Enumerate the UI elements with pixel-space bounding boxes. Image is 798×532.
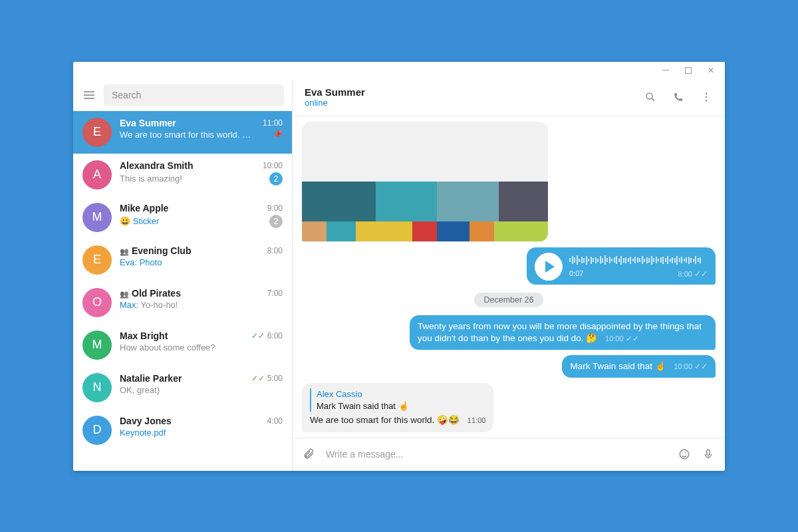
message-text: We are too smart for this world. 🤪😂 (310, 415, 460, 425)
chat-status: online (305, 98, 365, 108)
chat-preview: How about some coffee? (120, 342, 215, 352)
avatar: A (82, 160, 112, 190)
chat-time: 11:00 (263, 118, 283, 128)
message-time: 10:00 ✓✓ (674, 361, 708, 372)
avatar: D (82, 416, 112, 445)
chat-preview: 😀 Sticker (120, 216, 159, 226)
svg-point-4 (706, 100, 707, 101)
chat-preview: Eva: Photo (120, 257, 162, 267)
chat-list-item[interactable]: EEvening Club8:00Eva: Photo (73, 239, 292, 281)
svg-point-0 (646, 93, 652, 99)
message-time: 8:00 ✓✓ (678, 269, 708, 279)
pin-icon: 📌 (273, 130, 283, 139)
message-reply-incoming[interactable]: Alex Cassio Mark Twain said that ☝️ We a… (302, 383, 493, 432)
waveform[interactable] (569, 253, 708, 267)
avatar: O (82, 288, 112, 317)
avatar: E (82, 118, 112, 147)
chat-list-item[interactable]: MMax Bright✓✓6:00How about some coffee? (73, 324, 292, 366)
read-checks-icon: ✓✓ (251, 374, 265, 383)
emoji-icon[interactable] (677, 447, 692, 462)
chat-time: 7:00 (267, 289, 283, 298)
chat-name-label: Davy Jones (120, 416, 172, 426)
message-outgoing[interactable]: Twenty years from now you will be more d… (410, 315, 716, 350)
chat-header-info[interactable]: Eva Summer online (305, 86, 365, 108)
attach-icon[interactable] (302, 447, 317, 462)
chat-name-label: Alexandra Smith (120, 160, 193, 171)
window-maximize-button[interactable] (682, 65, 694, 76)
chat-time: ✓✓5:00 (251, 374, 283, 383)
chat-header-actions (644, 90, 713, 104)
avatar: N (82, 373, 112, 402)
chat-time: 9:00 (267, 203, 283, 213)
composer (293, 438, 725, 471)
svg-line-1 (652, 98, 654, 101)
message-input[interactable] (326, 449, 668, 460)
photo-attachment (302, 182, 548, 242)
read-checks-icon: ✓✓ (694, 269, 708, 279)
read-checks-icon: ✓✓ (251, 331, 265, 340)
date-divider: December 26 (474, 293, 543, 307)
chat-list-item[interactable]: OOld Pirates7:00Max: Yo-ho-ho! (73, 281, 292, 324)
menu-icon[interactable] (81, 87, 97, 103)
chat-name-label: Natalie Parker (120, 373, 182, 384)
app-window: EEva Summer11:00We are too smart for thi… (73, 62, 725, 471)
play-button[interactable] (535, 253, 563, 281)
avatar: M (82, 203, 112, 232)
reply-text: Mark Twain said that ☝️ (317, 400, 480, 412)
window-minimize-button[interactable] (660, 65, 672, 76)
svg-point-6 (682, 453, 684, 454)
title-bar (73, 62, 725, 79)
svg-point-3 (706, 96, 707, 98)
voice-duration: 0:07 (569, 269, 583, 279)
message-list[interactable]: To reach a port, we must sail. 😜 7:00 0:… (293, 116, 725, 438)
mic-icon[interactable] (701, 447, 716, 462)
chat-title: Eva Summer (305, 86, 365, 98)
svg-point-5 (680, 450, 689, 459)
unread-badge: 2 (269, 172, 283, 186)
chat-name-label: Max Bright (120, 331, 168, 341)
chat-pane: Eva Summer online To reach a port, we mu… (293, 79, 725, 471)
message-text: Mark Twain said that ☝️ (570, 361, 666, 371)
message-photo-incoming[interactable]: To reach a port, we must sail. 😜 7:00 (302, 122, 548, 242)
avatar: E (82, 245, 112, 275)
svg-rect-8 (707, 450, 710, 455)
unread-badge: 2 (269, 215, 283, 228)
chat-preview: This is amazing! (120, 174, 182, 184)
read-checks-icon: ✓✓ (626, 333, 639, 344)
search-input[interactable] (104, 84, 284, 106)
call-icon[interactable] (672, 90, 685, 104)
message-text: Twenty years from now you will be more d… (418, 321, 702, 343)
chat-list: EEva Summer11:00We are too smart for thi… (73, 111, 292, 471)
app-body: EEva Summer11:00We are too smart for thi… (73, 79, 725, 471)
chat-time: 8:00 (267, 246, 283, 255)
svg-point-7 (686, 453, 687, 454)
chat-list-item[interactable]: NNatalie Parker✓✓5:00OK, great) (73, 366, 292, 409)
window-close-button[interactable] (705, 65, 717, 76)
chat-list-item[interactable]: EEva Summer11:00We are too smart for thi… (73, 111, 292, 154)
group-icon (120, 245, 129, 256)
chat-list-item[interactable]: MMike Apple9:00😀 Sticker2 (73, 196, 292, 239)
chat-time: 10:00 (263, 161, 283, 170)
svg-point-2 (706, 93, 707, 94)
chat-time: ✓✓6:00 (251, 331, 283, 340)
chat-name-label: Old Pirates (132, 288, 181, 299)
message-time: 11:00 (467, 416, 486, 424)
chat-list-item[interactable]: DDavy Jones4:00Keynote.pdf (73, 409, 292, 452)
chat-list-item[interactable]: AAlexandra Smith10:00This is amazing!2 (73, 154, 292, 196)
chat-preview: Keynote.pdf (120, 428, 166, 438)
chat-name-label: Mike Apple (120, 203, 168, 213)
sidebar: EEva Summer11:00We are too smart for thi… (73, 79, 293, 471)
group-icon (120, 288, 129, 299)
chat-preview: Max: Yo-ho-ho! (120, 300, 178, 310)
chat-time: 4:00 (267, 416, 283, 426)
reply-quote[interactable]: Alex Cassio Mark Twain said that ☝️ (310, 388, 485, 412)
chat-header: Eva Summer online (293, 79, 725, 116)
reply-author: Alex Cassio (317, 388, 480, 400)
chat-preview: OK, great) (120, 385, 160, 395)
chat-name-label: Evening Club (132, 245, 191, 256)
search-icon[interactable] (644, 90, 657, 104)
more-icon[interactable] (700, 90, 713, 104)
message-voice-outgoing[interactable]: 0:07 8:00 ✓✓ (527, 247, 716, 285)
chat-preview: We are too smart for this world. … (120, 130, 251, 140)
message-outgoing[interactable]: Mark Twain said that ☝️ 10:00 ✓✓ (562, 355, 716, 378)
